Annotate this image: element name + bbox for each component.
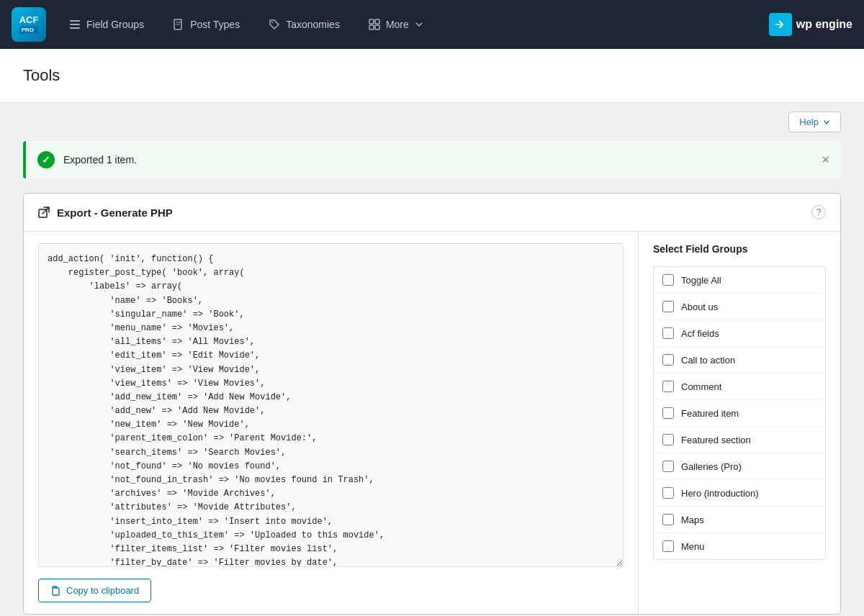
checkbox-list-container: Toggle AllAbout usAcf fieldsCall to acti… (653, 266, 826, 560)
grid-icon (369, 19, 380, 30)
main-content: ✓ Exported 1 item. × Export - Generate P… (0, 141, 864, 616)
nav-item-taxonomies[interactable]: Taxonomies (257, 13, 351, 36)
checkbox-item[interactable]: Hero (introduction) (654, 480, 825, 507)
more-label: More (386, 19, 409, 30)
copy-label: Copy to clipboard (66, 585, 139, 596)
wp-engine-logo: wp engine (769, 13, 852, 36)
nav-item-post-types[interactable]: Post Types (161, 13, 251, 36)
chevron-down-icon (415, 20, 423, 29)
checkbox-label-menu: Menu (681, 541, 705, 552)
nav-item-more[interactable]: More (357, 13, 435, 36)
checkbox-item[interactable]: Maps (654, 507, 825, 533)
chevron-down-icon (823, 119, 830, 126)
checkbox-item[interactable]: Comment (654, 373, 825, 400)
export-body: Copy to clipboard Select Field Groups To… (24, 232, 840, 614)
checkbox-hero-introduction[interactable] (662, 487, 674, 499)
svg-rect-2 (70, 27, 80, 29)
checkbox-item[interactable]: Featured section (654, 427, 825, 453)
post-types-label: Post Types (190, 19, 240, 30)
help-label: Help (799, 117, 819, 127)
acf-logo[interactable]: ACF PRO (12, 7, 46, 42)
field-groups-label: Field Groups (86, 19, 144, 30)
success-notice: ✓ Exported 1 item. × (23, 141, 841, 178)
checkbox-item[interactable]: Featured item (654, 400, 825, 427)
export-panel-title-text: Export - Generate PHP (57, 207, 173, 219)
checkbox-label-call-to-action: Call to action (681, 355, 735, 366)
clipboard-icon (50, 586, 60, 596)
checkbox-item[interactable]: Call to action (654, 347, 825, 373)
logo-pro-badge: PRO (19, 26, 39, 34)
svg-point-4 (271, 22, 273, 23)
svg-rect-8 (375, 25, 379, 30)
checkbox-label-acf-fields: Acf fields (681, 328, 719, 339)
checkbox-featured-item[interactable] (662, 407, 674, 419)
top-navigation: ACF PRO Field Groups Post Types Taxonomi… (0, 0, 864, 49)
checkbox-label-comment: Comment (681, 381, 721, 392)
document-icon (173, 19, 184, 30)
list-icon (69, 19, 81, 30)
checkbox-list: Toggle AllAbout usAcf fieldsCall to acti… (654, 267, 825, 559)
checkbox-label-maps: Maps (681, 515, 704, 525)
help-bar: Help (0, 103, 864, 141)
checkbox-featured-section[interactable] (662, 434, 674, 445)
field-groups-sidebar: Select Field Groups Toggle AllAbout usAc… (639, 232, 840, 614)
svg-rect-11 (53, 588, 59, 595)
checkbox-item[interactable]: Acf fields (654, 320, 825, 347)
sidebar-title: Select Field Groups (653, 243, 826, 255)
svg-rect-0 (70, 20, 80, 22)
taxonomies-label: Taxonomies (286, 19, 340, 30)
success-icon: ✓ (37, 151, 55, 168)
external-link-icon (38, 207, 50, 218)
checkbox-galleries-pro[interactable] (662, 461, 674, 472)
checkbox-label-galleries-pro: Galleries (Pro) (681, 461, 742, 472)
svg-rect-5 (369, 19, 374, 24)
checkbox-comment[interactable] (662, 381, 674, 392)
checkbox-call-to-action[interactable] (662, 354, 674, 366)
checkbox-label-featured-item: Featured item (681, 408, 739, 419)
checkbox-label-featured-section: Featured section (681, 435, 751, 445)
svg-rect-7 (369, 25, 374, 30)
export-panel-header: Export - Generate PHP ? (24, 194, 840, 232)
checkbox-item[interactable]: Menu (654, 533, 825, 559)
checkbox-item[interactable]: Toggle All (654, 267, 825, 294)
checkbox-label-about-us: About us (681, 302, 718, 312)
notice-close-button[interactable]: × (822, 153, 829, 166)
logo-acf-text: ACF (19, 15, 39, 25)
wp-engine-icon (769, 13, 792, 36)
notice-text: Exported 1 item. (63, 154, 829, 166)
export-panel-title: Export - Generate PHP (38, 207, 173, 219)
code-area-wrapper: Copy to clipboard (24, 232, 639, 614)
export-panel: Export - Generate PHP ? Copy to clipboar… (23, 193, 841, 615)
checkbox-label-hero-introduction: Hero (introduction) (681, 488, 759, 499)
page-title-bar: Tools (0, 49, 864, 103)
code-textarea[interactable] (38, 243, 624, 567)
help-button[interactable]: Help (788, 112, 841, 132)
checkbox-acf-fields[interactable] (662, 327, 674, 339)
nav-item-field-groups[interactable]: Field Groups (58, 13, 156, 36)
checkbox-maps[interactable] (662, 514, 674, 525)
svg-rect-1 (70, 24, 80, 25)
tag-icon (269, 19, 280, 30)
page-title: Tools (23, 66, 841, 85)
panel-help-button[interactable]: ? (811, 205, 826, 219)
wp-engine-text: wp engine (796, 18, 852, 31)
checkbox-label-toggle-all: Toggle All (681, 275, 721, 286)
svg-rect-6 (375, 19, 379, 24)
checkbox-toggle-all[interactable] (662, 274, 674, 286)
checkbox-item[interactable]: Galleries (Pro) (654, 453, 825, 480)
checkbox-item[interactable]: About us (654, 294, 825, 320)
copy-to-clipboard-button[interactable]: Copy to clipboard (38, 579, 151, 602)
checkbox-about-us[interactable] (662, 301, 674, 312)
checkbox-menu[interactable] (662, 540, 674, 552)
